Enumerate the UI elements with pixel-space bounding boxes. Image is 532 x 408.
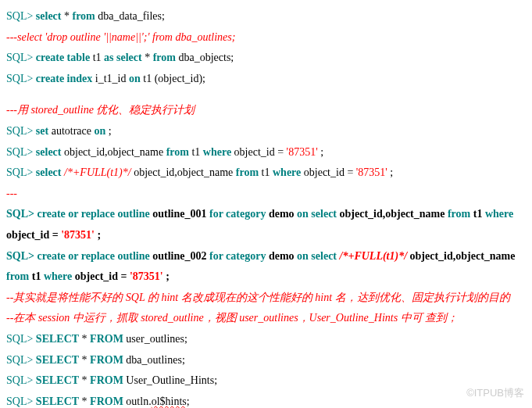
text: autotrace xyxy=(52,125,95,137)
text: object_id = xyxy=(304,166,356,178)
kw-where: where xyxy=(273,166,301,178)
kw-on: on xyxy=(129,73,141,84)
kw-create: create xyxy=(36,52,64,63)
text: i_t1_id xyxy=(95,73,129,84)
text: ; xyxy=(187,395,190,407)
kw-select: SELECT xyxy=(36,374,79,386)
text: t1 xyxy=(32,270,44,282)
kw: on select xyxy=(297,250,337,262)
code-line-3: SQL> create table t1 as select * from db… xyxy=(6,48,526,69)
kw-select: select xyxy=(116,52,142,63)
text: object_id = xyxy=(6,229,61,241)
code-line-17: SQL> SELECT * FROM outln.ol$hints; xyxy=(6,392,526,408)
text: * xyxy=(82,354,91,366)
text: demo xyxy=(269,208,297,220)
comment-line-1: ---select 'drop outline '||name||';' fro… xyxy=(6,27,526,48)
watermark: ©ITPUB博客 xyxy=(466,384,524,403)
text: ; xyxy=(109,125,112,137)
hint-comment: /*+FULL(t1)*/ xyxy=(340,250,410,262)
sql-prompt: SQL> xyxy=(6,333,36,345)
kw-from: FROM xyxy=(90,374,123,386)
kw-from: FROM xyxy=(90,354,123,366)
comment-line-5: --在本 session 中运行，抓取 stored_outline，视图 us… xyxy=(6,308,526,329)
literal: '87351' xyxy=(61,229,95,241)
text: ; xyxy=(166,270,170,282)
text: * xyxy=(82,374,91,386)
text: ; xyxy=(97,229,101,241)
code-line-11: SQL> create or replace outline outline_0… xyxy=(6,246,526,288)
text: object_id,object_name xyxy=(340,208,448,220)
text: * xyxy=(82,333,91,345)
sql-prompt: SQL> xyxy=(6,166,36,178)
kw-on: on xyxy=(94,125,105,137)
kw-index: index xyxy=(67,73,93,84)
kw-from: from xyxy=(166,146,189,158)
code-line-14: SQL> SELECT * FROM user_outlines; xyxy=(6,329,526,350)
text-wavy: ol$hints xyxy=(152,395,187,407)
text: object_id = xyxy=(234,146,287,158)
kw-select: select xyxy=(36,10,62,22)
kw: from xyxy=(6,270,29,282)
text: t1 (object_id); xyxy=(143,73,205,84)
sql-prompt: SQL> xyxy=(6,73,36,84)
text: t1 xyxy=(93,52,104,63)
comment-line-3: --- xyxy=(6,184,526,205)
text: outln. xyxy=(126,395,151,407)
kw-from: from xyxy=(236,166,259,178)
kw-where: where xyxy=(203,146,231,158)
text: ; xyxy=(390,166,393,178)
text: dba_objects; xyxy=(178,52,234,63)
kw: where xyxy=(44,270,72,282)
sql-prompt: SQL> xyxy=(6,125,36,137)
code-line-1: SQL> select * from dba_data_files; xyxy=(6,6,526,27)
kw-from: FROM xyxy=(90,395,123,407)
kw-create: create xyxy=(36,73,64,84)
sql-prompt: SQL> xyxy=(6,354,36,366)
kw-select: select xyxy=(36,166,62,178)
kw: for category xyxy=(209,208,266,220)
sql-prompt: SQL> xyxy=(6,374,36,386)
text: user_outlines; xyxy=(126,333,187,345)
sql-prompt: SQL> xyxy=(6,146,36,158)
code-line-10: SQL> create or replace outline outline_0… xyxy=(6,204,526,245)
kw-table: table xyxy=(67,52,91,63)
code-line-4: SQL> create index i_t1_id on t1 (object_… xyxy=(6,69,526,90)
text: * xyxy=(145,52,153,63)
kw-select: SELECT xyxy=(36,333,79,345)
text: dba_outlines; xyxy=(126,354,184,366)
sql-prompt: SQL> xyxy=(6,250,37,262)
kw-select: SELECT xyxy=(36,354,79,366)
text: object_id,object_name xyxy=(410,250,516,262)
text: object_id,object_name xyxy=(64,146,166,158)
kw-select: select xyxy=(36,146,62,158)
kw-from: from xyxy=(153,52,176,63)
kw-from: from xyxy=(73,10,95,22)
kw-set: set xyxy=(36,125,48,137)
code-line-15: SQL> SELECT * FROM dba_outlines; xyxy=(6,350,526,371)
code-line-8: SQL> select /*+FULL(t1)*/ object_id,obje… xyxy=(6,163,526,184)
kw: from xyxy=(448,208,470,220)
literal: '87351' xyxy=(287,146,318,158)
kw: for category xyxy=(209,250,266,262)
sql-prompt: SQL> xyxy=(6,10,36,22)
hint-comment: /*+FULL(t1)*/ xyxy=(64,166,131,178)
kw: create or replace outline xyxy=(37,208,150,220)
code-line-16: SQL> SELECT * FROM User_Outline_Hints; xyxy=(6,370,526,392)
kw: on select xyxy=(297,208,337,220)
comment-line-4: --其实就是将性能不好的 SQL 的 hint 名改成现在的这个性能好的 hin… xyxy=(6,288,526,309)
code-line-7: SQL> select object_id,object_name from t… xyxy=(6,142,526,163)
text: dba_data_files; xyxy=(98,10,165,22)
sql-prompt: SQL> xyxy=(6,208,37,220)
text: t1 xyxy=(262,166,273,178)
sql-prompt: SQL> xyxy=(6,52,36,63)
text: * xyxy=(64,10,73,22)
literal: '87351' xyxy=(130,270,163,282)
text: outline_001 xyxy=(152,208,209,220)
text: t1 xyxy=(473,208,485,220)
kw-select: SELECT xyxy=(36,395,79,407)
text: outline_002 xyxy=(152,250,209,262)
text: demo xyxy=(269,250,297,262)
kw-from: FROM xyxy=(90,333,123,345)
text: User_Outline_Hints; xyxy=(126,374,217,386)
sql-prompt: SQL> xyxy=(6,395,36,407)
